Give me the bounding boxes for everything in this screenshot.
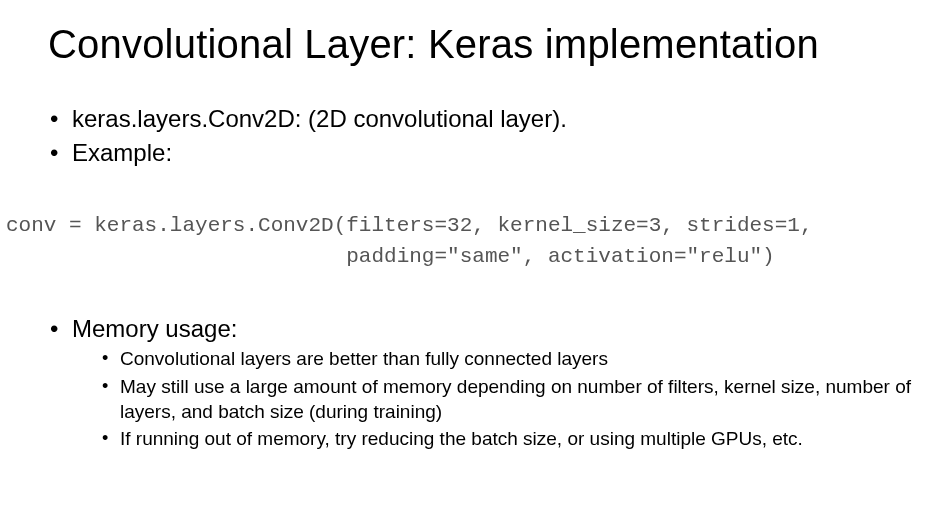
code-line: conv = keras.layers.Conv2D(filters=32, k… (6, 214, 813, 237)
code-block: conv = keras.layers.Conv2D(filters=32, k… (6, 210, 920, 273)
bullet-list: keras.layers.Conv2D: (2D convolutional l… (48, 103, 920, 170)
code-line: padding="same", activation="relu") (6, 245, 775, 268)
bullet-item: Memory usage: Convolutional layers are b… (48, 313, 920, 452)
sub-bullet-item: Convolutional layers are better than ful… (102, 347, 920, 372)
sub-bullet-item: If running out of memory, try reducing t… (102, 427, 920, 452)
bullet-item: keras.layers.Conv2D: (2D convolutional l… (48, 103, 920, 135)
bullet-list: Memory usage: Convolutional layers are b… (48, 313, 920, 452)
slide-title: Convolutional Layer: Keras implementatio… (48, 22, 920, 67)
bullet-text: Memory usage: (72, 315, 237, 342)
sub-bullet-item: May still use a large amount of memory d… (102, 375, 920, 424)
sub-bullet-list: Convolutional layers are better than ful… (72, 347, 920, 452)
bullet-item: Example: (48, 137, 920, 169)
